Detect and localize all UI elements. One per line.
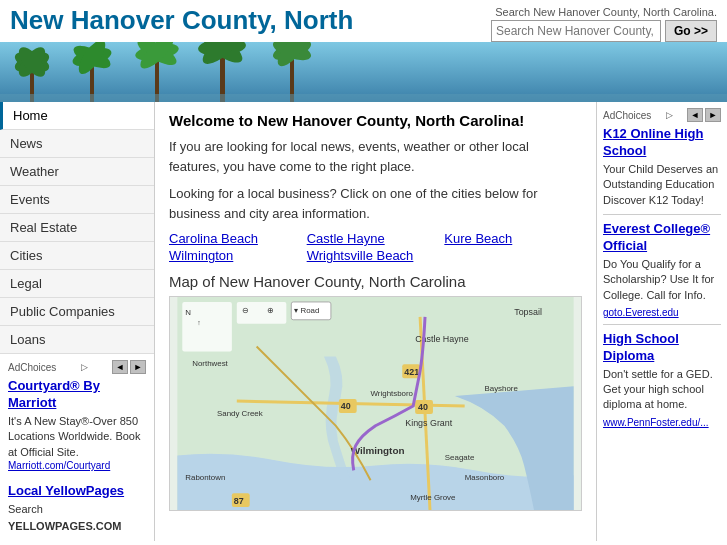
svg-text:Wilmington: Wilmington — [351, 445, 405, 456]
city-link-kure-beach[interactable]: Kure Beach — [444, 231, 582, 246]
right-ad2-title[interactable]: Everest College® Official — [603, 221, 721, 255]
sidebar-item-weather[interactable]: Weather — [0, 158, 154, 186]
right-column: AdChoices ▷ ◄ ► K12 Online High School Y… — [597, 102, 727, 541]
sidebar-ad-choices-bar: AdChoices ▷ ◄ ► — [8, 360, 146, 374]
right-ad3-title[interactable]: High School Diploma — [603, 331, 721, 365]
sidebar-item-loans[interactable]: Loans — [0, 326, 154, 354]
city-link-carolina-beach[interactable]: Carolina Beach — [169, 231, 307, 246]
svg-text:Sandy Creek: Sandy Creek — [217, 409, 263, 418]
site-title: New Hanover County, North — [10, 6, 353, 35]
svg-text:⊖: ⊖ — [242, 306, 249, 315]
right-ad-nav: ◄ ► — [687, 108, 721, 122]
svg-text:421: 421 — [404, 367, 419, 377]
search-row: Go >> — [491, 20, 717, 42]
right-adchoices-icon: ▷ — [666, 110, 673, 120]
sidebar-item-news[interactable]: News — [0, 130, 154, 158]
svg-text:Bayshore: Bayshore — [484, 384, 518, 393]
sidebar-item-home[interactable]: Home — [0, 102, 154, 130]
content-area: Welcome to New Hanover County, North Car… — [155, 102, 597, 541]
sidebar-ad2-text: Search — [8, 502, 146, 517]
right-ad3-link[interactable]: www.PennFoster.edu/... — [603, 417, 721, 428]
content-para1: If you are looking for local news, event… — [169, 137, 582, 176]
svg-text:Masonboro: Masonboro — [465, 473, 505, 482]
svg-text:Kings Grant: Kings Grant — [405, 418, 453, 428]
right-ad2-link[interactable]: goto.Everest.edu — [603, 307, 721, 318]
svg-text:Rabontown: Rabontown — [185, 473, 225, 482]
banner — [0, 42, 727, 102]
sidebar-ad-nav: ◄ ► — [112, 360, 146, 374]
search-label: Search New Hanover County, North Carolin… — [495, 6, 717, 18]
city-link-wilmington[interactable]: Wilmington — [169, 248, 307, 263]
sidebar-item-legal[interactable]: Legal — [0, 270, 154, 298]
svg-text:Wrightsboro: Wrightsboro — [371, 389, 414, 398]
map-container[interactable]: N ↑ ⊖ ⊕ ▾ Road Topsail Castle Hayne Nort… — [169, 296, 582, 511]
svg-text:40: 40 — [341, 401, 351, 411]
sidebar-ad1-text: It's A New Stay®-Over 850 Locations Worl… — [8, 414, 146, 460]
main-layout: Home News Weather Events Real Estate Cit… — [0, 102, 727, 541]
svg-rect-22 — [0, 94, 727, 102]
svg-text:Seagate: Seagate — [445, 453, 475, 462]
city-link-wrightsville[interactable]: Wrightsville Beach — [307, 248, 445, 263]
right-ad-next[interactable]: ► — [705, 108, 721, 122]
sidebar-ad-next[interactable]: ► — [130, 360, 146, 374]
svg-text:Topsail: Topsail — [514, 307, 542, 317]
adchoices-icon: ▷ — [81, 362, 88, 372]
banner-svg — [0, 42, 727, 102]
header-right: Search New Hanover County, North Carolin… — [491, 6, 717, 42]
sidebar-ad2-title[interactable]: Local YellowPages — [8, 483, 146, 500]
right-ad1-title[interactable]: K12 Online High School — [603, 126, 721, 160]
svg-text:⊕: ⊕ — [267, 306, 274, 315]
svg-text:Myrtle Grove: Myrtle Grove — [410, 493, 456, 502]
sidebar-item-realestate[interactable]: Real Estate — [0, 214, 154, 242]
right-ad3-text: Don't settle for a GED. Get your high sc… — [603, 367, 721, 413]
svg-text:87: 87 — [234, 496, 244, 506]
svg-text:↑: ↑ — [197, 319, 200, 326]
content-heading: Welcome to New Hanover County, North Car… — [169, 112, 582, 129]
sidebar-ad-prev[interactable]: ◄ — [112, 360, 128, 374]
sidebar: Home News Weather Events Real Estate Cit… — [0, 102, 155, 541]
sidebar-ad2-text2: YELLOWPAGES.COM — [8, 519, 146, 534]
search-input[interactable] — [491, 20, 661, 42]
right-ad-divider1 — [603, 214, 721, 215]
svg-text:▾ Road: ▾ Road — [294, 306, 319, 315]
svg-text:N: N — [185, 308, 191, 317]
sidebar-item-publiccompanies[interactable]: Public Companies — [0, 298, 154, 326]
sidebar-item-events[interactable]: Events — [0, 186, 154, 214]
sidebar-adchoices-label: AdChoices — [8, 362, 56, 373]
content-para2: Looking for a local business? Click on o… — [169, 184, 582, 223]
right-ad1-text: Your Child Deserves an Outstanding Educa… — [603, 162, 721, 208]
right-adchoices-label: AdChoices — [603, 110, 651, 121]
right-adchoices-bar: AdChoices ▷ ◄ ► — [603, 108, 721, 122]
right-ad-divider2 — [603, 324, 721, 325]
map-title: Map of New Hanover County, North Carolin… — [169, 273, 582, 290]
right-ad2-text: Do You Qualify for a Scholarship? Use It… — [603, 257, 721, 303]
svg-text:40: 40 — [418, 402, 428, 412]
city-link-castle-hayne[interactable]: Castle Hayne — [307, 231, 445, 246]
sidebar-ad1-title[interactable]: Courtyard® By Marriott — [8, 378, 146, 412]
sidebar-ad: AdChoices ▷ ◄ ► Courtyard® By Marriott I… — [0, 354, 154, 541]
cities-list: Carolina Beach Castle Hayne Kure Beach W… — [169, 231, 582, 263]
city-placeholder — [444, 248, 582, 263]
right-ad-prev[interactable]: ◄ — [687, 108, 703, 122]
page-header: New Hanover County, North Search New Han… — [0, 0, 727, 42]
svg-text:Northwest: Northwest — [192, 359, 228, 368]
sidebar-ad1-link[interactable]: Marriott.com/Courtyard — [8, 460, 146, 471]
search-button[interactable]: Go >> — [665, 20, 717, 42]
sidebar-item-cities[interactable]: Cities — [0, 242, 154, 270]
map-svg: N ↑ ⊖ ⊕ ▾ Road Topsail Castle Hayne Nort… — [170, 297, 581, 510]
